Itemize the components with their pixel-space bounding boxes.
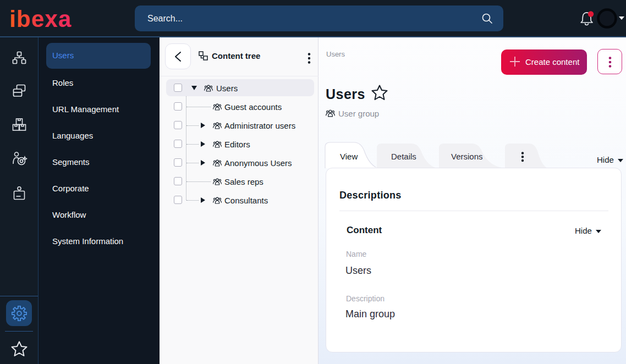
svg-text:Versions: Versions [451, 152, 483, 161]
svg-text:View: View [340, 152, 358, 161]
svg-text:ibexa: ibexa [9, 6, 72, 31]
svg-text:Details: Details [391, 152, 416, 161]
